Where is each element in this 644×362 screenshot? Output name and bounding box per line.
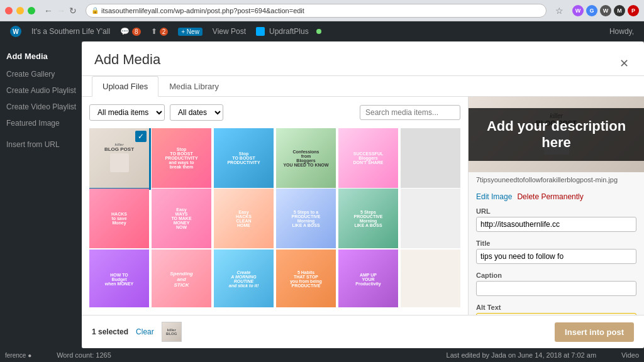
title-input[interactable]: [476, 249, 636, 264]
modal-close-button[interactable]: ✕: [616, 56, 631, 71]
media-item-5[interactable]: SUCCESSFULBloggersDON'T SHARE: [338, 128, 398, 188]
video-label: Video: [621, 351, 639, 359]
sidebar: Add Media Create Gallery Create Audio Pl…: [0, 41, 82, 348]
ext-icon-3[interactable]: W: [600, 5, 611, 16]
footer-thumbnail: killerBLOG: [162, 322, 182, 342]
sidebar-title: Add Media: [0, 47, 82, 66]
wp-content-area: Add Media Create Gallery Create Audio Pl…: [0, 41, 644, 348]
updraft-link[interactable]: UpdraftPlus: [251, 27, 314, 36]
caption-field-group: Caption: [469, 268, 644, 300]
alt-text-label: Alt Text: [476, 304, 636, 311]
new-link[interactable]: + New: [173, 28, 208, 36]
sidebar-item-url[interactable]: Insert from URL: [0, 136, 82, 153]
comments-badge: 8: [132, 28, 141, 36]
close-btn[interactable]: [5, 7, 13, 14]
modal-body: All media items All dates: [82, 97, 644, 315]
media-item-12[interactable]: [401, 189, 460, 248]
wp-logo-area: W: [5, 26, 26, 37]
sidebar-item-video[interactable]: Create Video Playlist: [0, 99, 82, 115]
attachment-preview: killer BLOG POST Add your description he…: [469, 97, 644, 172]
date-filter[interactable]: All dates: [170, 104, 223, 121]
tab-media-library[interactable]: Media Library: [158, 76, 230, 97]
minimize-btn[interactable]: [16, 7, 24, 14]
modal-footer: 1 selected Clear killerBLOG Insert into …: [82, 315, 644, 348]
media-item-10[interactable]: 5 Steps to aPRODUCTIVEMorningLIKE A BOSS: [276, 189, 336, 248]
status-dot: [316, 29, 321, 34]
add-media-modal: Add Media ✕ Upload Files Media Library: [82, 41, 644, 348]
media-item-2[interactable]: StopTO BOOSTPRODUCTIVITYand ways tobreak…: [152, 128, 211, 188]
ext-icon-2[interactable]: G: [586, 5, 597, 16]
insert-into-post-button[interactable]: Insert into post: [555, 322, 634, 342]
media-item-9[interactable]: EasyHACKSCLEANHOME: [214, 189, 274, 248]
new-btn[interactable]: + New: [178, 28, 203, 36]
url-bar[interactable]: 🔒 itsasouthernlifeyall.com/wp-admin/post…: [86, 4, 547, 18]
media-item-1[interactable]: killer BLOG POST ✓: [89, 128, 149, 188]
modal-title: Add Media: [94, 52, 160, 75]
sidebar-item-audio[interactable]: Create Audio Playlist: [0, 82, 82, 99]
media-panel: All media items All dates: [82, 97, 468, 315]
view-post-link[interactable]: View Post: [208, 27, 251, 36]
browser-bar: ← → ↻ 🔒 itsasouthernlifeyall.com/wp-admi…: [0, 0, 644, 21]
comments-link[interactable]: 💬 8: [115, 27, 146, 36]
modal-overlay: Add Media ✕ Upload Files Media Library: [82, 41, 644, 348]
reference-text: ference ●: [5, 352, 31, 359]
description-text: Add your description here: [487, 118, 626, 150]
bookmark-icon[interactable]: ☆: [555, 6, 564, 16]
word-count: Word count: 1265: [57, 351, 111, 359]
back-icon[interactable]: ←: [44, 6, 53, 16]
title-field-group: Title: [469, 236, 644, 268]
url-field-group: URL: [469, 204, 644, 236]
selected-check: ✓: [135, 131, 147, 142]
maximize-btn[interactable]: [28, 7, 35, 14]
site-name-link[interactable]: It's a Southern Life Y'all: [26, 27, 115, 36]
refresh-icon[interactable]: ↻: [69, 6, 77, 16]
modal-tabs: Upload Files Media Library: [82, 76, 644, 97]
attachment-panel: killer BLOG POST Add your description he…: [468, 97, 644, 315]
sidebar-item-featured[interactable]: Featured Image: [0, 115, 82, 131]
forward-icon[interactable]: →: [57, 6, 65, 16]
ext-icon-1[interactable]: W: [572, 5, 584, 16]
wp-top-bar: W It's a Southern Life Y'all 💬 8 ⬆ 2 + N…: [0, 21, 644, 41]
lock-icon: 🔒: [91, 7, 99, 14]
media-item-6[interactable]: [401, 128, 460, 188]
selected-count: 1 selected: [92, 327, 128, 336]
media-item-3[interactable]: StopTO BOOSTPRODUCTIVITY: [214, 128, 274, 188]
attachment-filename-area: 7tipsyouneedtofollowforakillerblogpost-m…: [469, 172, 644, 190]
url-label: URL: [476, 207, 636, 215]
media-grid: killer BLOG POST ✓ StopTO BOOSTPRODUCTIV…: [89, 128, 460, 307]
caption-input[interactable]: [476, 281, 636, 296]
page-wrapper: ← → ↻ 🔒 itsasouthernlifeyall.com/wp-admi…: [0, 0, 644, 362]
attachment-filename: 7tipsyouneedtofollowforakillerblogpost-m…: [476, 176, 636, 184]
last-edited: Last edited by Jada on June 14, 2018 at …: [447, 351, 597, 359]
sidebar-item-gallery[interactable]: Create Gallery: [0, 66, 82, 82]
ext-icon-4[interactable]: M: [614, 5, 625, 16]
media-item-17[interactable]: AMP UPYOURProductivity: [338, 250, 398, 307]
tab-upload-files[interactable]: Upload Files: [92, 76, 158, 97]
media-search-input[interactable]: [360, 105, 460, 120]
media-item-11[interactable]: 5 StepsPRODUCTIVEMorningLIKE A BOSS: [338, 189, 398, 248]
updates-badge: 2: [160, 28, 169, 36]
alt-text-field-group: Alt Text: [469, 300, 644, 315]
media-item-16[interactable]: 5 HabitsTHAT STOPyou from beingPRODUCTIV…: [276, 250, 336, 307]
media-item-8[interactable]: EasyWAYSTO MAKEMONEYNOW: [152, 189, 211, 248]
media-item-14[interactable]: SpendingandSTICK: [152, 250, 211, 307]
url-input[interactable]: [476, 217, 636, 232]
media-item-13[interactable]: HOW TOBudgetwhen MONEY: [89, 250, 149, 307]
url-text: itsasouthernlifeyall.com/wp-admin/post.p…: [101, 7, 304, 14]
edit-image-link[interactable]: Edit Image: [476, 192, 512, 201]
description-overlay: Add your description here: [469, 108, 644, 161]
media-item-15[interactable]: CreateA MORNINGROUTINEand stick to it!: [214, 250, 274, 307]
media-item-4[interactable]: ConfessionsfromBloggersYOU NEED TO KNOW: [276, 128, 336, 188]
title-label: Title: [476, 239, 636, 247]
media-item-18[interactable]: [401, 250, 460, 307]
media-type-filter[interactable]: All media items: [89, 104, 165, 121]
updates-link[interactable]: ⬆ 2: [146, 27, 174, 36]
delete-image-link[interactable]: Delete Permanently: [517, 192, 583, 201]
media-filters: All media items All dates: [89, 104, 460, 121]
modal-header: Add Media ✕: [82, 41, 644, 76]
clear-selection-link[interactable]: Clear: [136, 327, 154, 336]
howdy-text: Howdy,: [604, 27, 639, 36]
media-item-7[interactable]: HACKSto saveMoney: [89, 189, 149, 248]
wp-logo: W: [10, 26, 21, 37]
ext-icon-5[interactable]: P: [628, 5, 639, 16]
